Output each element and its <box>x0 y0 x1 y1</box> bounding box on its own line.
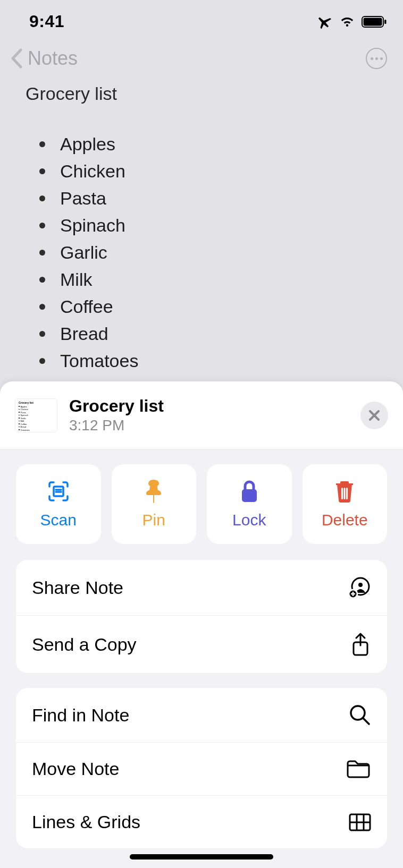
move-label: Move Note <box>32 759 119 779</box>
svg-rect-7 <box>346 488 348 499</box>
sheet-title: Grocery list <box>69 396 360 416</box>
status-bar: 9:41 <box>0 0 403 38</box>
lock-icon <box>239 479 259 504</box>
share-note-item[interactable]: Share Note <box>16 560 387 615</box>
send-copy-item[interactable]: Send a Copy <box>16 615 387 673</box>
move-note-item[interactable]: Move Note <box>16 742 387 795</box>
nav-bar: Notes <box>0 38 403 79</box>
svg-rect-1 <box>364 18 382 25</box>
airplane-mode-icon <box>317 14 333 29</box>
home-indicator[interactable] <box>130 854 273 860</box>
delete-label: Delete <box>322 511 368 529</box>
folder-icon <box>346 759 371 779</box>
search-icon <box>349 704 371 726</box>
list-item: Coffee <box>26 296 377 317</box>
battery-icon <box>362 16 387 28</box>
list-item: Tomatoes <box>26 351 377 371</box>
find-in-note-item[interactable]: Find in Note <box>16 688 387 742</box>
svg-rect-6 <box>344 488 346 499</box>
svg-rect-5 <box>341 488 343 499</box>
pin-icon <box>143 479 164 504</box>
back-button[interactable]: Notes <box>7 47 78 70</box>
list-item: Garlic <box>26 242 377 263</box>
send-copy-label: Send a Copy <box>32 634 137 655</box>
pin-label: Pin <box>142 511 165 529</box>
scan-label: Scan <box>40 511 77 529</box>
status-time: 9:41 <box>29 12 64 31</box>
find-label: Find in Note <box>32 705 129 726</box>
action-sheet: Grocery list ApplesChickenPastaSpinachGa… <box>0 381 403 868</box>
delete-button[interactable]: Delete <box>303 464 388 544</box>
list-item: Milk <box>26 269 377 290</box>
lines-label: Lines & Grids <box>32 812 140 832</box>
ellipsis-icon <box>371 57 383 60</box>
back-label: Notes <box>28 47 78 70</box>
list-item: Spinach <box>26 215 377 236</box>
lock-button[interactable]: Lock <box>207 464 292 544</box>
menu-group-edit: Find in Note Move Note Lines & Grids <box>16 688 387 848</box>
svg-rect-4 <box>242 489 257 502</box>
more-button[interactable] <box>366 48 387 69</box>
close-button[interactable] <box>360 402 388 429</box>
list-item: Bread <box>26 324 377 344</box>
share-note-label: Share Note <box>32 577 123 598</box>
quick-actions-row: Scan Pin Lock <box>16 464 387 544</box>
grid-icon <box>349 813 371 831</box>
list-item: Chicken <box>26 161 377 182</box>
note-content: Grocery list ApplesChickenPastaSpinachGa… <box>0 79 403 409</box>
scan-icon <box>46 479 71 504</box>
wifi-icon <box>339 16 355 28</box>
list-item: Apples <box>26 134 377 155</box>
note-thumbnail: Grocery list ApplesChickenPastaSpinachGa… <box>15 398 57 432</box>
note-title: Grocery list <box>26 83 377 104</box>
pin-button[interactable]: Pin <box>112 464 197 544</box>
close-icon <box>368 409 381 422</box>
menu-group-share: Share Note Send a Copy <box>16 560 387 673</box>
share-note-icon <box>348 576 371 599</box>
lock-label: Lock <box>232 511 266 529</box>
svg-rect-2 <box>384 20 387 24</box>
sheet-header: Grocery list ApplesChickenPastaSpinachGa… <box>0 381 403 449</box>
scan-button[interactable]: Scan <box>16 464 101 544</box>
svg-point-9 <box>358 583 363 587</box>
status-icons <box>317 14 387 29</box>
list-item: Pasta <box>26 188 377 209</box>
sheet-subtitle: 3:12 PM <box>69 417 360 434</box>
note-bullet-list: ApplesChickenPastaSpinachGarlicMilkCoffe… <box>26 134 377 398</box>
lines-grids-item[interactable]: Lines & Grids <box>16 795 387 848</box>
trash-icon <box>334 479 355 504</box>
chevron-left-icon <box>7 47 28 70</box>
share-icon <box>350 632 371 657</box>
